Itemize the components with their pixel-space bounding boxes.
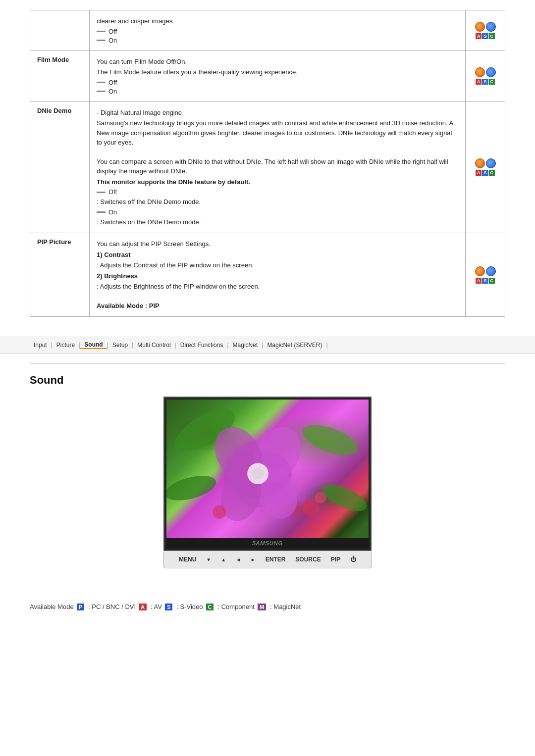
badge-c: C bbox=[489, 278, 495, 284]
row-text: : Adjusts the Brightness of the PIP wind… bbox=[97, 282, 458, 292]
nav-item-input[interactable]: Input bbox=[30, 342, 51, 349]
btn-enter[interactable]: ENTER bbox=[266, 556, 286, 563]
btn-menu[interactable]: MENU bbox=[179, 556, 196, 563]
off-item: Off bbox=[97, 188, 458, 196]
nav-item-magicnet[interactable]: MagicNet bbox=[229, 342, 262, 349]
nav-item-setup[interactable]: Setup bbox=[108, 342, 132, 349]
circle-blue bbox=[486, 67, 496, 77]
mode-text-m: : MagicNet bbox=[270, 603, 301, 610]
asc-icon: A S C bbox=[475, 67, 496, 85]
row-text: You can adjust the PIP Screen Settings. bbox=[97, 239, 458, 249]
circle-orange bbox=[475, 266, 485, 276]
table-row: DNIe Demo - Digital Natural Image engine… bbox=[30, 101, 505, 233]
flower-svg bbox=[166, 400, 369, 538]
svg-point-1 bbox=[299, 419, 361, 461]
samsung-logo: SAMSUNG bbox=[252, 540, 283, 546]
badge-c: C bbox=[489, 33, 495, 39]
off-label: Off bbox=[108, 188, 117, 196]
row-content: You can turn Film Mode Off/On. The Film … bbox=[90, 50, 466, 101]
nav-item-magicnet-server[interactable]: MagicNet (SERVER) bbox=[263, 342, 326, 349]
asc-badge: A S C bbox=[476, 170, 495, 176]
monitor-wrapper: SAMSUNG MENU ▼ ▲ ◄ ► ENTER SOURCE PIP ⏻ bbox=[163, 397, 372, 568]
mode-badge-c: C bbox=[206, 604, 214, 610]
monitor-screen bbox=[166, 400, 369, 538]
nav-sep: | bbox=[326, 342, 328, 349]
row-text-bold: 2) Brightness bbox=[97, 271, 458, 281]
mode-badge-s: S bbox=[165, 604, 172, 610]
badge-a: A bbox=[476, 278, 482, 284]
asc-circles bbox=[475, 67, 496, 77]
btn-down[interactable]: ▼ bbox=[206, 557, 211, 562]
remote-button-bar: MENU ▼ ▲ ◄ ► ENTER SOURCE PIP ⏻ bbox=[163, 551, 372, 568]
badge-s: S bbox=[482, 278, 488, 284]
nav-item-multi-control[interactable]: Multi Control bbox=[133, 342, 174, 349]
mode-text-s: : S-Video bbox=[176, 603, 203, 610]
dash-icon bbox=[97, 40, 106, 41]
table-row: Film Mode You can turn Film Mode Off/On.… bbox=[30, 50, 505, 101]
circle-blue bbox=[486, 266, 496, 276]
row-text-bold: 1) Contrast bbox=[97, 250, 458, 260]
btn-up[interactable]: ▲ bbox=[221, 557, 226, 562]
badge-c: C bbox=[489, 170, 495, 176]
icon-cell: A S C bbox=[466, 50, 505, 101]
row-text: : Switches on the DNIe Demo mode. bbox=[97, 217, 458, 227]
badge-a: A bbox=[476, 33, 482, 39]
mode-badge-a: A bbox=[139, 604, 147, 610]
row-text: : Switches off the DNIe Demo mode. bbox=[97, 197, 458, 207]
dash-icon bbox=[97, 91, 106, 92]
sound-section: Sound bbox=[0, 369, 535, 598]
row-label: Film Mode bbox=[30, 50, 90, 101]
row-content: You can adjust the PIP Screen Settings. … bbox=[90, 233, 466, 317]
on-label: On bbox=[108, 208, 117, 216]
available-modes-label: Available Mode bbox=[30, 603, 74, 610]
mode-text-c: : Component bbox=[217, 603, 254, 610]
off-item: Off bbox=[97, 79, 458, 86]
asc-badge: A S C bbox=[476, 33, 495, 39]
badge-s: S bbox=[482, 33, 488, 39]
btn-right[interactable]: ► bbox=[251, 557, 256, 562]
features-table: clearer and crisper images. Off On bbox=[30, 10, 505, 317]
off-label: Off bbox=[108, 79, 117, 86]
row-text: You can compare a screen with DNIe to th… bbox=[97, 157, 458, 176]
btn-power[interactable]: ⏻ bbox=[350, 556, 356, 563]
monitor-frame: SAMSUNG bbox=[163, 397, 372, 551]
circle-orange bbox=[475, 67, 485, 77]
icon-cell: A S C bbox=[466, 101, 505, 233]
asc-circles bbox=[475, 158, 496, 168]
on-item: On bbox=[97, 37, 458, 44]
btn-pip[interactable]: PIP bbox=[331, 556, 340, 563]
badge-s: S bbox=[482, 170, 488, 176]
nav-item-picture[interactable]: Picture bbox=[53, 342, 79, 349]
badge-c: C bbox=[489, 79, 495, 85]
dash-icon bbox=[97, 211, 106, 213]
row-text-bold: Available Mode : PIP bbox=[97, 301, 458, 311]
row-label: PIP Picture bbox=[30, 233, 90, 317]
icon-cell: A S C bbox=[466, 10, 505, 51]
row-label bbox=[30, 10, 90, 51]
row-content: - Digital Natural Image engine Samsung's… bbox=[90, 101, 466, 233]
dash-icon bbox=[97, 192, 106, 193]
table-section: clearer and crisper images. Off On bbox=[0, 0, 535, 332]
circle-blue bbox=[486, 22, 496, 32]
sound-title: Sound bbox=[30, 374, 505, 387]
row-text: : Adjusts the Contrast of the PIP window… bbox=[97, 260, 458, 270]
mode-badge-p: P bbox=[77, 604, 84, 610]
monitor-container: SAMSUNG MENU ▼ ▲ ◄ ► ENTER SOURCE PIP ⏻ bbox=[30, 397, 505, 568]
svg-point-13 bbox=[315, 492, 326, 504]
on-label: On bbox=[108, 88, 117, 95]
badge-a: A bbox=[476, 79, 482, 85]
circle-orange bbox=[475, 22, 485, 32]
mode-text-a: : AV bbox=[151, 603, 162, 610]
nav-item-direct-functions[interactable]: Direct Functions bbox=[176, 342, 227, 349]
available-modes: Available Mode P : PC / BNC / DVI A : AV… bbox=[0, 598, 535, 615]
svg-point-14 bbox=[213, 505, 226, 519]
icon-cell: A S C bbox=[466, 233, 505, 317]
row-text-bold: This monitor supports the DNIe feature b… bbox=[97, 177, 458, 187]
btn-left[interactable]: ◄ bbox=[236, 557, 241, 562]
nav-item-sound[interactable]: Sound bbox=[80, 341, 107, 349]
svg-point-2 bbox=[166, 471, 219, 505]
asc-circles bbox=[475, 22, 496, 32]
btn-source[interactable]: SOURCE bbox=[295, 556, 321, 563]
monitor-bottom-bar: SAMSUNG bbox=[166, 538, 369, 548]
badge-a: A bbox=[476, 170, 482, 176]
